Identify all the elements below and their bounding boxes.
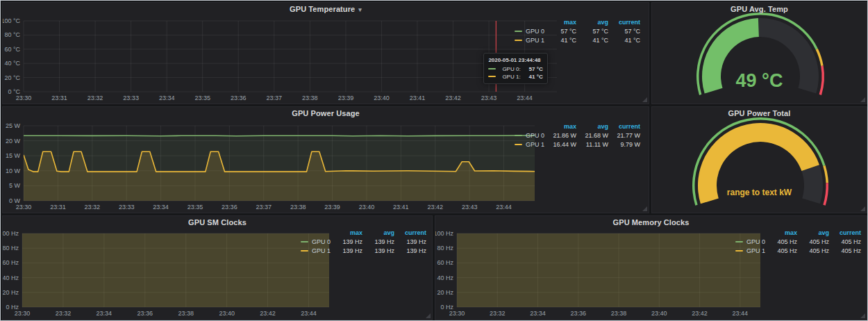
x-axis-tick-label: 23:37 [256, 204, 272, 211]
chevron-down-icon: ▾ [358, 6, 362, 13]
legend-column-header[interactable]: current [615, 18, 640, 26]
legend-value: 405 Hz [836, 238, 861, 246]
tooltip-series-name: GPU 0: [502, 65, 520, 73]
gauge-gpu-power-total: range to text kW [652, 116, 867, 213]
tooltip-series-row: GPU 0:57 °C [488, 65, 542, 73]
y-axis-tick-label: 40 °C [4, 60, 20, 67]
x-axis-tick-label: 23:32 [87, 94, 103, 101]
x-axis-tick-label: 23:36 [231, 94, 247, 101]
x-axis-tick-label: 23:39 [324, 204, 340, 211]
x-axis-tick-label: 23:40 [219, 310, 235, 317]
panel-title-gpu-sm-clocks[interactable]: GPU SM Clocks [3, 218, 432, 227]
x-axis-tick-label: 23:30 [15, 310, 31, 317]
legend-series-toggle[interactable]: GPU 0 [515, 131, 544, 140]
x-axis-tick-label: 23:36 [571, 310, 587, 317]
panel-resize-handle[interactable] [642, 206, 647, 211]
legend-column-header[interactable]: current [615, 122, 640, 131]
x-axis-tick-label: 23:41 [410, 94, 426, 101]
y-axis-tick-label: 20 °C [4, 74, 20, 81]
legend-value: 57 °C [583, 27, 608, 35]
series-color-dash [515, 40, 522, 41]
panel-title-gpu-avg-temp[interactable]: GPU Avg. Temp [652, 5, 867, 13]
legend-column-header[interactable]: max [551, 18, 576, 26]
series-fill [457, 216, 760, 307]
x-axis-tick-label: 23:38 [611, 310, 627, 317]
legend-column-header[interactable]: max [337, 229, 362, 237]
series-color-dash [301, 250, 308, 252]
legend-column-header[interactable]: current [401, 229, 426, 237]
series-color-dash [301, 241, 308, 242]
x-axis-tick-label: 23:38 [302, 94, 318, 101]
legend-series-toggle[interactable]: GPU 1 [735, 247, 765, 255]
legend-gpu-temperature: maxavgcurrentGPU 057 °C57 °C57 °CGPU 141… [515, 18, 640, 44]
legend-value: 21.68 W [583, 131, 608, 140]
x-axis-tick-label: 23:43 [481, 94, 497, 101]
panel-title-text: GPU Temperature [290, 5, 355, 13]
y-axis-tick-label: 40 Hz [437, 274, 453, 281]
x-axis-tick-label: 23:44 [301, 310, 317, 317]
x-axis-tick-label: 23:34 [97, 310, 112, 317]
x-axis-tick-label: 23:38 [178, 310, 194, 317]
y-axis-tick-label: 60 °C [4, 46, 20, 53]
legend-value: 139 Hz [401, 238, 426, 246]
gauge-threshold-segment [823, 165, 828, 183]
series-color-dash [735, 250, 743, 252]
x-axis-tick-label: 23:36 [222, 204, 237, 211]
legend-series-toggle[interactable]: GPU 0 [515, 27, 544, 35]
x-axis-tick-label: 23:42 [260, 310, 276, 317]
legend-value: 41 °C [615, 36, 640, 44]
legend-series-toggle[interactable]: GPU 0 [301, 238, 331, 246]
panel-title-gpu-power-usage[interactable]: GPU Power Usage [3, 109, 649, 117]
series-color-dash [515, 135, 522, 136]
legend-column-header[interactable]: avg [583, 18, 608, 26]
legend-column-header[interactable]: max [772, 229, 797, 237]
legend-column-header[interactable]: avg [583, 122, 608, 131]
panel-resize-handle[interactable] [860, 313, 865, 318]
x-axis-tick-label: 23:44 [517, 94, 533, 101]
legend-value: 139 Hz [369, 238, 394, 246]
x-axis-tick-label: 23:44 [733, 310, 749, 317]
chart-tooltip: 2020-05-01 23:44:48 GPU 0:57 °CGPU 1:41 … [483, 53, 547, 84]
y-axis-tick-label: 15 W [6, 152, 21, 159]
panel-gpu-power-total: GPU Power Total range to text kW [651, 106, 867, 213]
x-axis-tick-label: 23:34 [153, 204, 169, 211]
panel-resize-handle[interactable] [860, 97, 865, 102]
legend-value: 21.77 W [615, 131, 640, 140]
panel-title-text: GPU Memory Clocks [613, 218, 690, 227]
x-axis-tick-label: 23:31 [50, 204, 66, 211]
y-axis-tick-label: 100 Hz [3, 230, 19, 237]
x-axis-tick-label: 23:30 [16, 94, 32, 101]
panel-resize-handle[interactable] [426, 313, 431, 318]
legend-column-header[interactable]: max [551, 122, 576, 131]
panel-title-text: GPU Avg. Temp [731, 5, 788, 13]
y-axis-tick-label: 80 Hz [3, 245, 19, 252]
legend-series-toggle[interactable]: GPU 0 [735, 238, 765, 246]
x-axis-tick-label: 23:33 [123, 94, 139, 101]
legend-series-toggle[interactable]: GPU 1 [515, 140, 544, 149]
panel-resize-handle[interactable] [860, 206, 865, 211]
x-axis-tick-label: 23:42 [445, 94, 461, 101]
y-axis-tick-label: 40 Hz [3, 274, 19, 281]
legend-column-header[interactable]: avg [804, 229, 829, 237]
legend-series-toggle[interactable]: GPU 1 [515, 36, 544, 44]
panel-title-gpu-temperature[interactable]: GPU Temperature▾ [3, 5, 649, 13]
grafana-dashboard: GPU Temperature▾ 100 °C80 °C60 °C40 °C20… [0, 0, 868, 321]
legend-column-header[interactable]: current [836, 229, 861, 237]
panel-title-gpu-memory-clocks[interactable]: GPU Memory Clocks [435, 218, 867, 227]
x-axis-tick-label: 23:32 [85, 204, 101, 211]
panel-resize-handle[interactable] [642, 97, 647, 102]
x-axis-tick-label: 23:42 [692, 310, 708, 317]
y-axis-tick-label: 80 Hz [437, 245, 453, 252]
legend-value: 57 °C [615, 27, 640, 35]
panel-title-gpu-power-total[interactable]: GPU Power Total [652, 109, 867, 117]
legend-series-toggle[interactable]: GPU 1 [301, 247, 331, 255]
x-axis-tick-label: 23:43 [462, 204, 478, 211]
x-axis-tick-label: 23:40 [651, 310, 667, 317]
legend-value: 16.44 W [551, 140, 576, 149]
panel-title-text: GPU Power Total [728, 109, 791, 117]
legend-value: 41 °C [551, 36, 576, 44]
legend-column-header[interactable]: avg [369, 229, 394, 237]
legend-value: 9.79 W [615, 140, 640, 149]
series-color-dash [515, 144, 522, 145]
legend-value: 405 Hz [772, 247, 797, 255]
